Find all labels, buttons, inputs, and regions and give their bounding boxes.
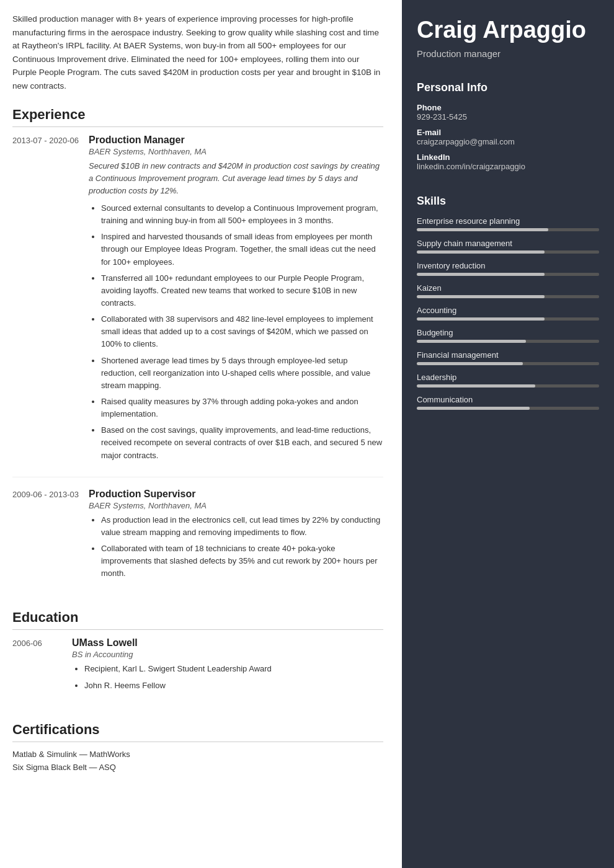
skill-bar-background (417, 295, 599, 298)
phone-label: Phone (417, 103, 599, 112)
summary-text: Skilled production manager with 8+ years… (12, 12, 383, 93)
entry-date: 2006-06 (12, 637, 62, 695)
skill-bar-fill (417, 228, 548, 231)
skill-bar-fill (417, 273, 545, 276)
entry-content: Production Supervisor BAER Systems, Nort… (89, 489, 383, 584)
entry-date: 2013-07 - 2020-06 (12, 135, 79, 466)
personal-info-section: Personal Info Phone 929-231-5425 E-mail … (402, 71, 614, 185)
education-entry: 2006-06 UMass Lowell BS in Accounting Re… (12, 637, 383, 706)
email-item: E-mail craigzarpaggio@gmail.com (417, 128, 599, 146)
skill-item: Enterprise resource planning (417, 216, 599, 231)
education-heading: Education (12, 609, 383, 630)
bullet-item: Shortened average lead times by 5 days t… (101, 355, 383, 392)
skill-name: Inventory reduction (417, 261, 599, 270)
entry-description: Secured $10B in new contracts and $420M … (89, 160, 383, 197)
candidate-title: Production manager (417, 48, 599, 59)
skill-item: Leadership (417, 373, 599, 388)
entry-content: Production Manager BAER Systems, Northha… (89, 135, 383, 466)
skill-name: Leadership (417, 373, 599, 382)
experience-entry: 2009-06 - 2013-03 Production Supervisor … (12, 489, 383, 595)
skill-bar-fill (417, 317, 545, 321)
skill-bar-fill (417, 384, 535, 388)
entry-title: Production Manager (89, 135, 383, 146)
experience-heading: Experience (12, 107, 383, 127)
skill-item: Inventory reduction (417, 261, 599, 276)
skill-bar-background (417, 384, 599, 388)
candidate-name: Craig Arpaggio (417, 17, 599, 43)
skill-bar-background (417, 362, 599, 365)
right-header: Craig Arpaggio Production manager (402, 0, 614, 71)
left-column: Skilled production manager with 8+ years… (0, 0, 402, 868)
skill-bar-fill (417, 362, 523, 365)
skills-list: Enterprise resource planning Supply chai… (417, 216, 599, 410)
entry-title: Production Supervisor (89, 489, 383, 500)
entry-content: UMass Lowell BS in Accounting Recipient,… (72, 637, 383, 695)
skills-heading: Skills (417, 195, 599, 208)
skill-bar-fill (417, 250, 545, 254)
skill-item: Financial management (417, 350, 599, 365)
skill-bar-background (417, 228, 599, 231)
right-column: Craig Arpaggio Production manager Person… (402, 0, 614, 868)
bullets-list: Sourced external consultants to develop … (89, 202, 383, 462)
experience-list: 2013-07 - 2020-06 Production Manager BAE… (12, 135, 383, 595)
skill-item: Communication (417, 395, 599, 410)
skill-bar-background (417, 407, 599, 410)
bullet-item: Raised quality measures by 37% through a… (101, 396, 383, 420)
skill-item: Supply chain management (417, 239, 599, 254)
skill-bar-fill (417, 340, 526, 343)
entry-subtitle: BAER Systems, Northhaven, MA (89, 501, 383, 510)
skill-item: Kaizen (417, 283, 599, 298)
bullet-item: John R. Heems Fellow (84, 680, 383, 692)
bullet-item: Based on the cost savings, quality impro… (101, 424, 383, 461)
skill-bar-background (417, 317, 599, 321)
skills-section: Skills Enterprise resource planning Supp… (402, 185, 614, 425)
linkedin-item: LinkedIn linkedin.com/in/craigzarpaggio (417, 153, 599, 171)
phone-item: Phone 929-231-5425 (417, 103, 599, 122)
linkedin-label: LinkedIn (417, 153, 599, 162)
bullet-item: Inspired and harvested thousands of smal… (101, 231, 383, 268)
bullets-list: As production lead in the electronics ce… (89, 514, 383, 580)
experience-entry: 2013-07 - 2020-06 Production Manager BAE… (12, 135, 383, 477)
skill-name: Communication (417, 395, 599, 404)
bullet-item: Recipient, Karl L. Swigert Student Leade… (84, 663, 383, 675)
certifications-list: Matlab & Simulink — MathWorksSix Sigma B… (12, 750, 383, 772)
phone-value: 929-231-5425 (417, 112, 599, 122)
bullets-list: Recipient, Karl L. Swigert Student Leade… (72, 663, 383, 691)
education-section: Education 2006-06 UMass Lowell BS in Acc… (12, 609, 383, 706)
entry-title: UMass Lowell (72, 637, 383, 649)
education-list: 2006-06 UMass Lowell BS in Accounting Re… (12, 637, 383, 706)
skill-bar-fill (417, 407, 530, 410)
skill-name: Supply chain management (417, 239, 599, 248)
bullet-item: As production lead in the electronics ce… (101, 514, 383, 539)
certification-item: Six Sigma Black Belt — ASQ (12, 763, 383, 772)
entry-subtitle: BS in Accounting (72, 650, 383, 659)
bullet-item: Collaborated with team of 18 technicians… (101, 542, 383, 580)
email-value: craigzarpaggio@gmail.com (417, 137, 599, 146)
bullet-item: Collaborated with 38 supervisors and 482… (101, 313, 383, 350)
bullet-item: Transferred all 100+ redundant employees… (101, 272, 383, 309)
skill-item: Budgeting (417, 328, 599, 343)
skill-name: Kaizen (417, 283, 599, 293)
skill-name: Accounting (417, 306, 599, 315)
skill-name: Financial management (417, 350, 599, 360)
skill-bar-background (417, 340, 599, 343)
certification-item: Matlab & Simulink — MathWorks (12, 750, 383, 759)
certifications-heading: Certifications (12, 722, 383, 742)
entry-date: 2009-06 - 2013-03 (12, 489, 79, 584)
skill-name: Enterprise resource planning (417, 216, 599, 226)
experience-section: Experience 2013-07 - 2020-06 Production … (12, 107, 383, 595)
certifications-section: Certifications Matlab & Simulink — MathW… (12, 722, 383, 772)
personal-info-heading: Personal Info (417, 81, 599, 94)
skill-bar-background (417, 273, 599, 276)
entry-subtitle: BAER Systems, Northhaven, MA (89, 147, 383, 156)
skill-bar-background (417, 250, 599, 254)
skill-item: Accounting (417, 306, 599, 321)
bullet-item: Sourced external consultants to develop … (101, 202, 383, 227)
email-label: E-mail (417, 128, 599, 137)
skill-bar-fill (417, 295, 545, 298)
skill-name: Budgeting (417, 328, 599, 337)
linkedin-value: linkedin.com/in/craigzarpaggio (417, 162, 599, 171)
